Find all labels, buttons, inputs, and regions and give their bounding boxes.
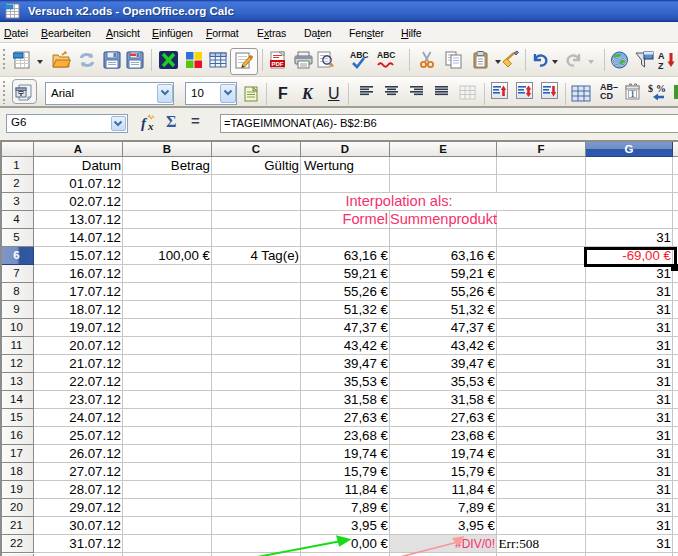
svg-text:$: $ [648, 83, 653, 94]
svg-text:%: % [656, 83, 666, 94]
svg-text:PDF: PDF [272, 61, 284, 67]
svg-text:Z: Z [658, 61, 664, 70]
svg-text:ABC: ABC [350, 50, 368, 60]
svg-text:1: 1 [631, 90, 635, 99]
svg-text:A: A [658, 51, 665, 61]
svg-text:f: f [141, 115, 148, 131]
svg-text:ABC: ABC [377, 50, 395, 60]
svg-text:x: x [147, 120, 154, 132]
